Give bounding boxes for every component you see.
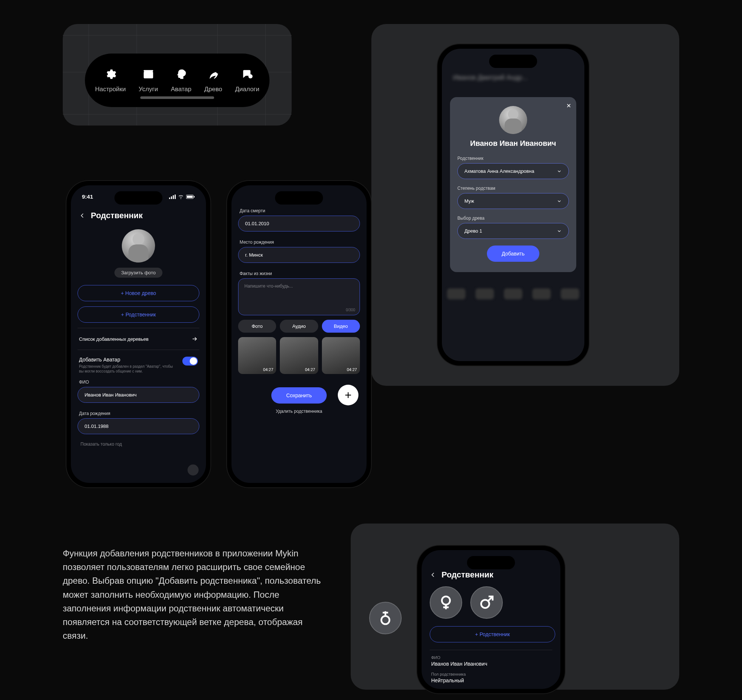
female-icon — [438, 594, 454, 611]
status-time: 9:41 — [82, 193, 93, 200]
upload-photo-button[interactable]: Загрузить фото — [115, 268, 162, 278]
select-value: Ахматова Анна Александровна — [464, 168, 534, 174]
save-button[interactable]: Сохранить — [271, 387, 327, 404]
home-indicator — [140, 96, 214, 99]
nav-label: Услуги — [139, 85, 158, 93]
battery-icon — [186, 195, 195, 199]
degree-select[interactable]: Муж — [457, 193, 569, 209]
toggle-sub: Родственник будет добавлен в раздел "Ава… — [79, 364, 175, 374]
svg-rect-8 — [187, 196, 193, 198]
chat-icon — [241, 68, 253, 81]
gender-value: Нейтральный — [431, 678, 551, 683]
wifi-icon — [178, 195, 184, 199]
tree-select[interactable]: Древо 1 — [457, 223, 569, 239]
select-value: Древо 1 — [464, 228, 482, 234]
tab-audio[interactable]: Аудио — [280, 320, 318, 333]
select-value: Муж — [464, 198, 474, 204]
chevron-down-icon — [556, 169, 562, 174]
header-title: Родственник — [91, 211, 143, 220]
video-thumbs: 04:27 04:27 04:27 — [238, 337, 360, 374]
svg-point-13 — [442, 597, 450, 605]
notch — [115, 191, 162, 205]
close-icon[interactable]: ✕ — [566, 102, 571, 109]
feature-description: Функция добавления родственников в прило… — [63, 547, 328, 643]
delete-relative-link[interactable]: Удалить родственника — [276, 409, 322, 414]
dod-label: Дата смерти — [231, 204, 367, 216]
blurred-nav-background — [442, 283, 584, 305]
svg-point-10 — [381, 616, 389, 624]
gender-female-icon[interactable] — [430, 586, 462, 619]
nav-dialogs[interactable]: Диалоги — [235, 68, 259, 93]
gear-icon — [104, 68, 117, 81]
svg-rect-4 — [171, 196, 172, 199]
svg-rect-0 — [144, 71, 153, 78]
blurred-name-background: Иванов Дмитрий Андр... — [442, 69, 584, 86]
screen-header[interactable]: Родственник — [71, 203, 206, 229]
dod-input[interactable]: 01.01.2010 — [238, 216, 360, 231]
add-relative-button[interactable]: + Родственник — [430, 626, 555, 643]
status-icons — [169, 193, 195, 200]
video-thumb[interactable]: 04:27 — [322, 337, 360, 374]
chevron-down-icon — [556, 228, 562, 234]
nav-label: Древо — [204, 85, 222, 93]
phone-gender-select: Родственник + Родственник ФИО Иванов Ива… — [417, 546, 565, 693]
new-tree-button[interactable]: + Новое древо — [78, 285, 199, 301]
arrow-right-icon — [191, 336, 198, 342]
head-icon — [175, 68, 187, 81]
birthplace-input[interactable]: г. Минск — [238, 247, 360, 263]
avatar — [499, 106, 527, 134]
leaf-icon — [207, 68, 219, 81]
add-avatar-switch[interactable] — [183, 357, 198, 365]
tab-photo[interactable]: Фото — [238, 320, 276, 333]
notch — [467, 556, 515, 569]
nav-label: Диалоги — [235, 85, 259, 93]
video-thumb[interactable]: 04:27 — [238, 337, 276, 374]
dob-label: Дата рождения — [71, 407, 206, 418]
nav-settings[interactable]: Настройки — [95, 68, 125, 93]
svg-rect-9 — [194, 196, 194, 197]
relative-select-label: Родственник — [457, 156, 569, 161]
svg-rect-3 — [169, 197, 170, 199]
male-icon — [478, 594, 495, 611]
trees-list-row[interactable]: Список добавленных деревьев — [71, 330, 206, 348]
avatar[interactable] — [122, 229, 155, 262]
svg-rect-1 — [144, 70, 153, 71]
header-title: Родственник — [442, 570, 493, 580]
toggle-title: Добавить Аватар — [79, 357, 175, 363]
corner-dot — [187, 464, 199, 476]
add-relative-button[interactable]: + Родственник — [78, 307, 199, 323]
toolbar-panel: Настройки Услуги Аватар Древо Диалоги — [63, 24, 292, 125]
nav-label: Настройки — [95, 85, 125, 93]
back-icon — [79, 212, 85, 219]
bottom-nav: Настройки Услуги Аватар Древо Диалоги — [85, 53, 269, 107]
degree-select-label: Степень родствам — [457, 186, 569, 191]
facts-textarea[interactable]: Напишите что-нибудь... 0/300 — [238, 279, 360, 315]
notch — [275, 191, 323, 205]
signal-icon — [169, 195, 176, 199]
fio-label: ФИО — [71, 375, 206, 387]
dob-input[interactable]: 01.01.1988 — [78, 418, 199, 434]
gender-label: Пол родственника — [431, 672, 551, 676]
fio-value: Иванов Иван Иванович — [431, 661, 551, 667]
nav-avatar[interactable]: Аватар — [171, 68, 191, 93]
neutral-gender-icon — [377, 610, 393, 626]
video-thumb[interactable]: 04:27 — [280, 337, 318, 374]
relative-select[interactable]: Ахматова Анна Александровна — [457, 163, 569, 179]
nav-services[interactable]: Услуги — [139, 68, 158, 93]
add-media-fab[interactable]: + — [338, 385, 358, 405]
row-label: Список добавленных деревьев — [79, 336, 149, 342]
add-button[interactable]: Добавить — [487, 246, 539, 262]
phone-add-relative-modal: Иванов Дмитрий Андр... ✕ Иванов Иван Ива… — [437, 44, 589, 365]
nav-tree[interactable]: Древо — [204, 68, 222, 93]
fio-input[interactable]: Иванов Иван Иванович — [78, 387, 199, 403]
tab-video[interactable]: Видео — [322, 320, 360, 333]
gender-neutral-icon[interactable] — [369, 602, 402, 634]
nav-label: Аватар — [171, 85, 191, 93]
svg-rect-6 — [175, 195, 176, 199]
phone-relative-form-top: 9:41 Родственник Загрузить фото + Новое … — [66, 181, 211, 487]
gender-male-icon[interactable] — [470, 586, 503, 619]
media-tabs: Фото Аудио Видео — [238, 320, 360, 333]
phone-relative-form-bottom: Дата смерти 01.01.2010 Место рождения г.… — [227, 181, 371, 487]
show-year-only[interactable]: Показать только год — [71, 438, 206, 450]
relative-modal: ✕ Иванов Иван Иванович Родственник Ахмат… — [450, 97, 576, 272]
